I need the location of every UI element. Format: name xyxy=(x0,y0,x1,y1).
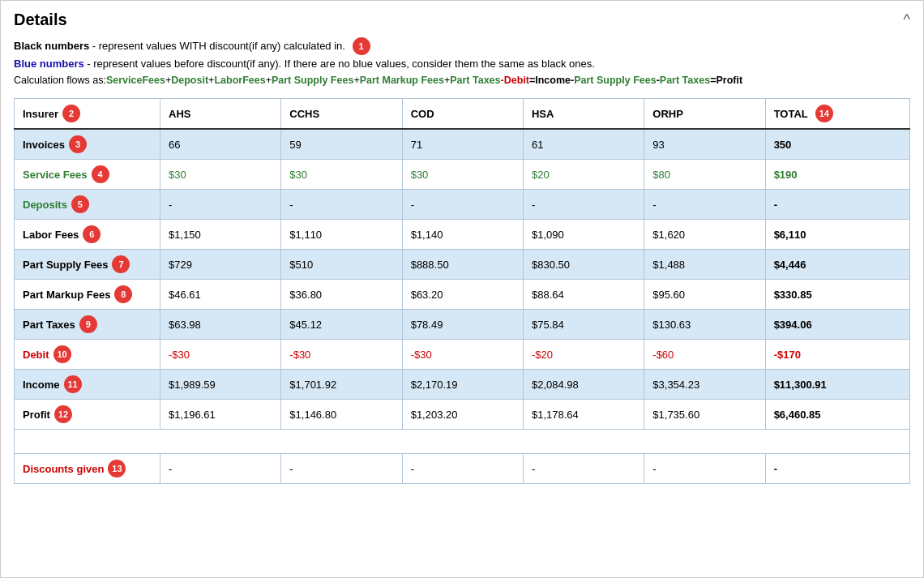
income-cchs: $1,701.92 xyxy=(281,370,402,400)
profit-hsa: $1,178.64 xyxy=(523,400,644,430)
badge-discounts: 13 xyxy=(108,460,126,477)
blue-numbers-desc: - represent values before discount(if an… xyxy=(84,58,595,70)
col-header-hsa: HSA xyxy=(523,99,644,130)
calc-prefix: Calculation flows as: xyxy=(14,75,106,86)
badge-profit: 12 xyxy=(54,405,72,423)
table-row: Debit 10 -$30 -$30 -$30 -$20 -$60 -$170 xyxy=(15,340,910,370)
part-taxes-label-cell: Part Taxes 9 xyxy=(15,310,160,340)
empty-cell xyxy=(15,430,910,454)
service-fees-hsa: $20 xyxy=(523,160,644,190)
calc-plus4: + xyxy=(353,75,359,86)
deposits-hsa: - xyxy=(523,190,644,220)
profit-label-cell: Profit 12 xyxy=(15,400,160,430)
part-markup-hsa: $88.64 xyxy=(523,280,644,310)
deposits-label-cell: Deposits 5 xyxy=(15,190,160,220)
part-supply-ahs: $729 xyxy=(160,250,281,280)
deposits-ahs: - xyxy=(160,190,281,220)
invoices-total: 350 xyxy=(765,129,909,160)
discounts-cchs: - xyxy=(281,454,402,484)
profit-label: Profit xyxy=(23,409,50,421)
profit-orhp: $1,735.60 xyxy=(644,400,765,430)
part-supply-total: $4,446 xyxy=(765,250,909,280)
service-fees-orhp: $80 xyxy=(644,160,765,190)
deposits-orhp: - xyxy=(644,190,765,220)
deposits-cod: - xyxy=(402,190,523,220)
part-taxes-cod: $78.49 xyxy=(402,310,523,340)
badge-service-fees: 4 xyxy=(92,165,109,183)
service-fees-cchs: $30 xyxy=(281,160,402,190)
debit-label: Debit xyxy=(23,349,49,361)
calc-green3: LaborFees xyxy=(214,75,265,86)
calc-green6: Part Taxes xyxy=(450,75,500,86)
badge-part-markup: 8 xyxy=(114,285,132,303)
debit-total: -$170 xyxy=(765,340,909,370)
income-total: $11,300.91 xyxy=(765,370,909,400)
part-markup-total: $330.85 xyxy=(765,280,909,310)
black-numbers-label: Black numbers xyxy=(14,40,89,52)
part-markup-label-cell: Part Markup Fees 8 xyxy=(15,280,160,310)
badge-debit: 10 xyxy=(53,345,71,363)
table-row: Labor Fees 6 $1,150 $1,110 $1,140 $1,090… xyxy=(15,220,910,250)
col-header-orhp: ORHP xyxy=(644,99,765,130)
calc-red1: Debit xyxy=(504,75,529,86)
invoices-ahs: 66 xyxy=(160,129,281,160)
blue-numbers-label: Blue numbers xyxy=(14,58,84,70)
labor-fees-ahs: $1,150 xyxy=(160,220,281,250)
discounts-hsa: - xyxy=(523,454,644,484)
badge-invoices: 3 xyxy=(69,135,87,153)
debit-label-cell: Debit 10 xyxy=(15,340,160,370)
service-fees-cod: $30 xyxy=(402,160,523,190)
part-taxes-label: Part Taxes xyxy=(23,319,75,331)
details-table: Insurer 2 AHS CCHS COD HSA ORHP TOTAL 14 xyxy=(14,98,910,484)
part-taxes-hsa: $75.84 xyxy=(523,310,644,340)
income-hsa: $2,084.98 xyxy=(523,370,644,400)
part-supply-cchs: $510 xyxy=(281,250,402,280)
part-markup-orhp: $95.60 xyxy=(644,280,765,310)
debit-cod: -$30 xyxy=(402,340,523,370)
panel-title: Details xyxy=(14,11,67,29)
legend-section: Black numbers - represent values WITH di… xyxy=(14,37,910,88)
legend-blue-row: Blue numbers - represent values before d… xyxy=(14,55,910,73)
calc-green8: Part Taxes xyxy=(660,75,710,86)
part-taxes-cchs: $45.12 xyxy=(281,310,402,340)
income-orhp: $3,354.23 xyxy=(644,370,765,400)
invoices-hsa: 61 xyxy=(523,129,644,160)
labor-fees-orhp: $1,620 xyxy=(644,220,765,250)
col-header-cod: COD xyxy=(402,99,523,130)
table-row: Service Fees 4 $30 $30 $30 $20 $80 $190 xyxy=(15,160,910,190)
calc-green7: Part Supply Fees xyxy=(574,75,656,86)
invoices-label: Invoices xyxy=(23,139,65,151)
discounts-label: Discounts given xyxy=(23,463,104,475)
profit-cchs: $1,146.80 xyxy=(281,400,402,430)
badge-insurer: 2 xyxy=(62,105,80,122)
deposits-cchs: - xyxy=(281,190,402,220)
labor-fees-label: Labor Fees xyxy=(23,229,79,241)
badge-part-supply: 7 xyxy=(112,255,130,273)
discounts-orhp: - xyxy=(644,454,765,484)
income-cod: $2,170.19 xyxy=(402,370,523,400)
table-row: Invoices 3 66 59 71 61 93 350 xyxy=(15,129,910,160)
badge-income: 11 xyxy=(64,375,82,393)
service-fees-ahs: $30 xyxy=(160,160,281,190)
profit-ahs: $1,196.61 xyxy=(160,400,281,430)
col-header-total: TOTAL 14 xyxy=(765,99,909,130)
calc-bold2: Profit xyxy=(716,75,742,86)
invoices-cchs: 59 xyxy=(281,129,402,160)
collapse-icon[interactable]: ^ xyxy=(904,11,910,28)
labor-fees-cchs: $1,110 xyxy=(281,220,402,250)
part-supply-cod: $888.50 xyxy=(402,250,523,280)
calc-green1: ServiceFees xyxy=(106,75,165,86)
panel-header: Details ^ xyxy=(14,11,910,29)
part-markup-cchs: $36.80 xyxy=(281,280,402,310)
col-header-insurer: Insurer 2 xyxy=(15,99,160,130)
part-taxes-ahs: $63.98 xyxy=(160,310,281,340)
invoices-label-cell: Invoices 3 xyxy=(15,129,160,160)
calc-green4: Part Supply Fees xyxy=(272,75,353,86)
debit-ahs: -$30 xyxy=(160,340,281,370)
calc-flow-row: Calculation flows as:ServiceFees+Deposit… xyxy=(14,73,910,88)
part-supply-label: Part Supply Fees xyxy=(23,259,108,271)
calc-green5: Part Markup Fees xyxy=(360,75,444,86)
discounts-cod: - xyxy=(402,454,523,484)
service-fees-label-cell: Service Fees 4 xyxy=(15,160,160,190)
discounts-ahs: - xyxy=(160,454,281,484)
